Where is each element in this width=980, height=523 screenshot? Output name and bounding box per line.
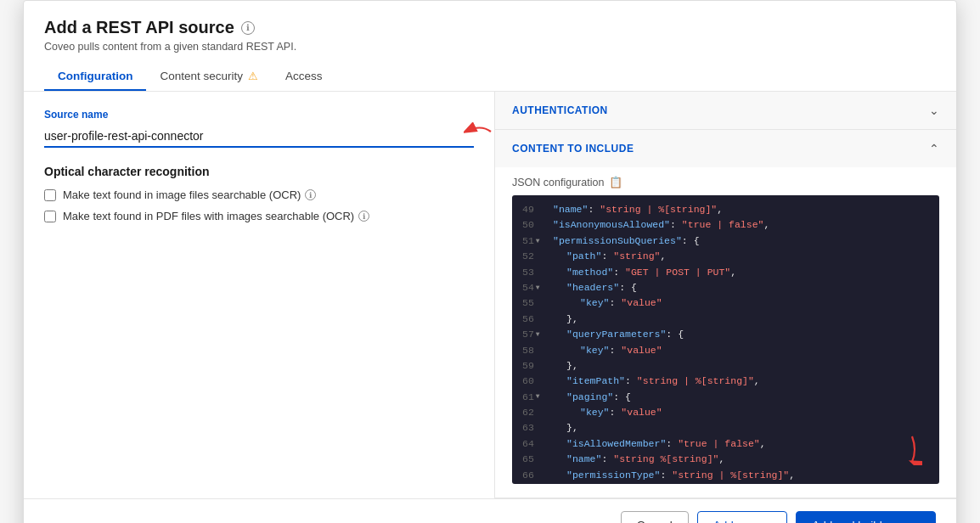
ocr-image-info-icon[interactable]: ℹ — [305, 189, 316, 200]
ocr-section-title: Optical character recognition — [44, 165, 474, 178]
code-line: 55"key": "value" — [522, 295, 929, 311]
code-line: 64"isAllowedMember": "true | false", — [522, 436, 929, 452]
right-panel: AUTHENTICATION ⌄ CONTENT TO INCLUDE ⌃ JS… — [495, 92, 956, 498]
tab-configuration[interactable]: Configuration — [44, 63, 146, 91]
json-config-label: JSON configuration 📋 — [512, 176, 939, 188]
content-chevron-icon: ⌃ — [929, 142, 939, 155]
code-line: 59}, — [522, 358, 929, 374]
ocr-pdf-info-icon[interactable]: ℹ — [358, 211, 369, 222]
code-line: 63}, — [522, 420, 929, 436]
code-line: 52"path": "string", — [522, 249, 929, 264]
code-line: 58"key": "value" — [522, 343, 929, 358]
content-accordion-header[interactable]: CONTENT TO INCLUDE ⌃ — [495, 130, 956, 167]
arrow-annotation — [464, 122, 494, 145]
red-arrow-svg — [464, 122, 494, 141]
add-and-build-source-button[interactable]: Add and build source — [796, 511, 936, 523]
code-line: 61▼"paging": { — [522, 390, 929, 405]
info-icon[interactable]: ℹ — [241, 21, 255, 35]
source-name-input[interactable] — [44, 126, 474, 148]
add-source-button[interactable]: Add source — [697, 511, 787, 523]
modal-body: Source name Optical character recog — [24, 92, 956, 498]
modal-header: Add a REST API source ℹ Coveo pulls cont… — [24, 1, 956, 92]
code-line: 51▼"permissionSubQueries": { — [522, 233, 929, 249]
ocr-pdf-row: Make text found in PDF files with images… — [44, 210, 474, 222]
source-name-input-wrapper — [44, 126, 474, 148]
ocr-pdf-label[interactable]: Make text found in PDF files with images… — [63, 210, 369, 222]
content-to-include-accordion: CONTENT TO INCLUDE ⌃ JSON configuration … — [495, 130, 956, 498]
code-line: 53"method": "GET | POST | PUT", — [522, 265, 929, 280]
source-name-label: Source name — [44, 109, 474, 121]
code-line: 49"name": "string | %[string]", — [522, 202, 929, 217]
code-line: 60"itemPath": "string | %[string]", — [522, 374, 929, 389]
ocr-image-label[interactable]: Make text found in image files searchabl… — [63, 188, 316, 201]
code-line: 65"name": "string %[string]", — [522, 452, 929, 467]
content-label: CONTENT TO INCLUDE — [512, 143, 634, 155]
modal-footer: Cancel Add source Add and build source — [24, 498, 956, 523]
code-line: 56}, — [522, 312, 929, 327]
code-line: 54▼"headers": { — [522, 280, 929, 295]
tabs-row: Configuration Content security ⚠ Access — [44, 63, 936, 91]
code-line: 62"key": "value" — [522, 405, 929, 420]
add-rest-api-modal: Add a REST API source ℹ Coveo pulls cont… — [23, 0, 957, 523]
tab-content-security[interactable]: Content security ⚠ — [146, 63, 272, 91]
code-line: 50"isAnonymousAllowed": "true | false", — [522, 217, 929, 233]
cancel-button[interactable]: Cancel — [621, 511, 689, 523]
modal-title-row: Add a REST API source ℹ — [44, 18, 936, 37]
code-line: 66"permissionType": "string | %[string]"… — [522, 468, 929, 483]
copy-icon[interactable]: 📋 — [609, 176, 622, 188]
modal-title: Add a REST API source — [44, 18, 234, 37]
ocr-pdf-checkbox[interactable] — [44, 211, 56, 222]
warning-icon: ⚠ — [248, 70, 258, 82]
authentication-accordion: AUTHENTICATION ⌄ — [495, 92, 956, 130]
code-line: 67"type": "Group | VirtualGroup | User", — [522, 483, 929, 484]
ocr-image-row: Make text found in image files searchabl… — [44, 188, 474, 201]
left-panel: Source name Optical character recog — [24, 92, 495, 498]
authentication-label: AUTHENTICATION — [512, 104, 608, 116]
authentication-chevron-icon: ⌄ — [929, 104, 939, 117]
accordion-content-body: JSON configuration 📋 49"name": "string |… — [495, 167, 956, 498]
modal-subtitle: Coveo pulls content from a given standar… — [44, 41, 936, 53]
authentication-accordion-header[interactable]: AUTHENTICATION ⌄ — [495, 92, 956, 129]
json-code-block[interactable]: 49"name": "string | %[string]", 50"isAno… — [512, 195, 939, 484]
tab-access[interactable]: Access — [272, 63, 336, 91]
ocr-image-checkbox[interactable] — [44, 189, 56, 201]
code-line: 57▼"queryParameters": { — [522, 327, 929, 342]
